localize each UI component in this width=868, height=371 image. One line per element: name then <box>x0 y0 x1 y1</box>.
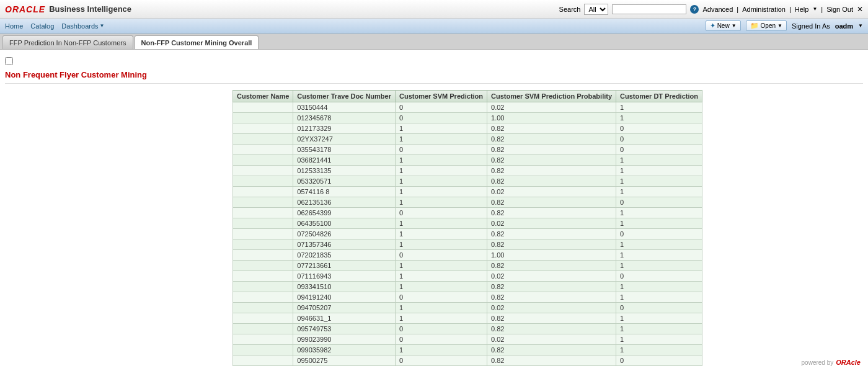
cell-customer-name <box>233 187 293 197</box>
cell-svm-probability: 0.02 <box>487 187 616 197</box>
help-chevron-icon: ▼ <box>812 6 817 12</box>
cell-svm-prediction: 0 <box>395 324 487 334</box>
cell-customer-name <box>233 239 293 250</box>
cell-svm-probability: 0.82 <box>487 155 616 166</box>
cell-customer-name <box>233 313 293 324</box>
cell-svm-prediction: 1 <box>395 218 487 229</box>
cell-svm-probability: 0.82 <box>487 208 616 218</box>
cell-customer-name <box>233 261 293 271</box>
table-row: 012533135 1 0.82 1 <box>233 166 702 176</box>
cell-dt-prediction: 1 <box>616 208 702 218</box>
user-chevron-icon: ▼ <box>858 23 863 29</box>
cell-dt-prediction: 1 <box>616 166 702 176</box>
nav-left: Home Catalog Dashboards ▼ <box>5 22 105 30</box>
cell-customer-name <box>233 271 293 282</box>
table-row: 036821441 1 0.82 1 <box>233 155 702 166</box>
cell-doc-number: 02YX37247 <box>293 134 396 145</box>
cell-doc-number: 077213661 <box>293 261 396 271</box>
table-row: 099023990 0 0.02 1 <box>233 334 702 345</box>
col-header-doc-number: Customer Trave Doc Number <box>293 91 396 102</box>
table-row: 062135136 1 0.82 0 <box>233 197 702 208</box>
cell-doc-number: 0946631_1 <box>293 313 396 324</box>
cell-doc-number: 012173329 <box>293 123 396 134</box>
catalog-link[interactable]: Catalog <box>30 22 54 30</box>
cell-svm-prediction: 0 <box>395 208 487 218</box>
cell-svm-prediction: 1 <box>395 345 487 355</box>
cell-dt-prediction: 0 <box>616 197 702 208</box>
search-input[interactable] <box>612 4 686 14</box>
table-row: 093341510 1 0.82 1 <box>233 282 702 292</box>
dashboards-dropdown[interactable]: Dashboards ▼ <box>61 22 104 30</box>
cell-svm-probability: 0.02 <box>487 218 616 229</box>
table-row: 03150444 0 0.02 1 <box>233 102 702 113</box>
cell-svm-probability: 0.82 <box>487 282 616 292</box>
cell-svm-probability: 0.82 <box>487 292 616 303</box>
cell-svm-probability: 0.02 <box>487 334 616 345</box>
cell-doc-number: 099035982 <box>293 345 396 355</box>
cell-dt-prediction: 0 <box>616 355 702 366</box>
cell-dt-prediction: 0 <box>616 134 702 145</box>
cell-doc-number: 094705207 <box>293 303 396 313</box>
cell-customer-name <box>233 134 293 145</box>
table-row: 071116943 1 0.02 0 <box>233 271 702 282</box>
cell-dt-prediction: 1 <box>616 345 702 355</box>
new-chevron-icon: ▼ <box>732 23 737 29</box>
cell-customer-name <box>233 282 293 292</box>
cell-svm-prediction: 1 <box>395 155 487 166</box>
cell-svm-prediction: 1 <box>395 303 487 313</box>
cell-dt-prediction: 1 <box>616 282 702 292</box>
cell-customer-name <box>233 292 293 303</box>
cell-doc-number: 012345678 <box>293 113 396 123</box>
folder-icon: 📁 <box>750 22 759 30</box>
main-content: Non Frequent Flyer Customer Mining Custo… <box>0 50 868 371</box>
top-checkbox[interactable] <box>5 57 13 65</box>
advanced-link[interactable]: Advanced <box>702 6 733 13</box>
cell-svm-prediction: 1 <box>395 229 487 239</box>
cell-customer-name <box>233 229 293 239</box>
cell-svm-probability: 0.82 <box>487 176 616 187</box>
search-help-icon[interactable]: ? <box>690 5 699 14</box>
tab-ffp-prediction[interactable]: FFP Prediction In Non-FFP Customers <box>2 35 133 49</box>
cell-dt-prediction: 1 <box>616 292 702 303</box>
cell-doc-number: 072504826 <box>293 229 396 239</box>
col-header-svm-probability: Customer SVM Prediction Probability <box>487 91 616 102</box>
cell-doc-number: 0574116 8 <box>293 187 396 197</box>
cell-svm-prediction: 1 <box>395 134 487 145</box>
table-row: 02YX37247 1 0.82 0 <box>233 134 702 145</box>
table-row: 0946631_1 1 0.82 1 <box>233 313 702 324</box>
signout-link[interactable]: Sign Out <box>826 6 853 13</box>
table-row: 064355100 1 0.02 1 <box>233 218 702 229</box>
cell-doc-number: 095749753 <box>293 324 396 334</box>
cell-dt-prediction: 0 <box>616 303 702 313</box>
user-label: oadm <box>835 22 853 30</box>
table-row: 012345678 0 1.00 1 <box>233 113 702 123</box>
table-row: 072504826 1 0.82 0 <box>233 229 702 239</box>
cell-dt-prediction: 1 <box>616 102 702 113</box>
cell-customer-name <box>233 208 293 218</box>
oracle-logo: ORACLE <box>5 4 45 14</box>
help-link[interactable]: Help <box>795 6 809 13</box>
col-header-dt-prediction: Customer DT Prediction <box>616 91 702 102</box>
admin-link[interactable]: Administration <box>742 6 786 13</box>
cell-customer-name <box>233 102 293 113</box>
home-link[interactable]: Home <box>5 22 23 30</box>
header-right: Search All ? Advanced | Administration |… <box>559 4 863 15</box>
cell-svm-probability: 0.02 <box>487 303 616 313</box>
search-scope-select[interactable]: All <box>584 4 608 15</box>
cell-svm-prediction: 1 <box>395 176 487 187</box>
cell-svm-probability: 0.82 <box>487 355 616 366</box>
open-button[interactable]: 📁 Open ▼ <box>746 20 787 31</box>
logo-area: ORACLE Business Intelligence <box>5 4 131 14</box>
cell-svm-probability: 1.00 <box>487 113 616 123</box>
cell-svm-prediction: 0 <box>395 145 487 155</box>
cell-doc-number: 093341510 <box>293 282 396 292</box>
cell-doc-number: 094191240 <box>293 292 396 303</box>
tab-non-ffp-mining[interactable]: Non-FFP Customer Mining Overall <box>135 35 259 49</box>
new-button[interactable]: ✦ New ▼ <box>706 20 741 31</box>
cell-doc-number: 062135136 <box>293 197 396 208</box>
table-row: 071357346 1 0.82 1 <box>233 239 702 250</box>
cell-dt-prediction: 1 <box>616 155 702 166</box>
cell-customer-name <box>233 166 293 176</box>
powered-by-label: powered by <box>802 359 834 366</box>
cell-customer-name <box>233 145 293 155</box>
